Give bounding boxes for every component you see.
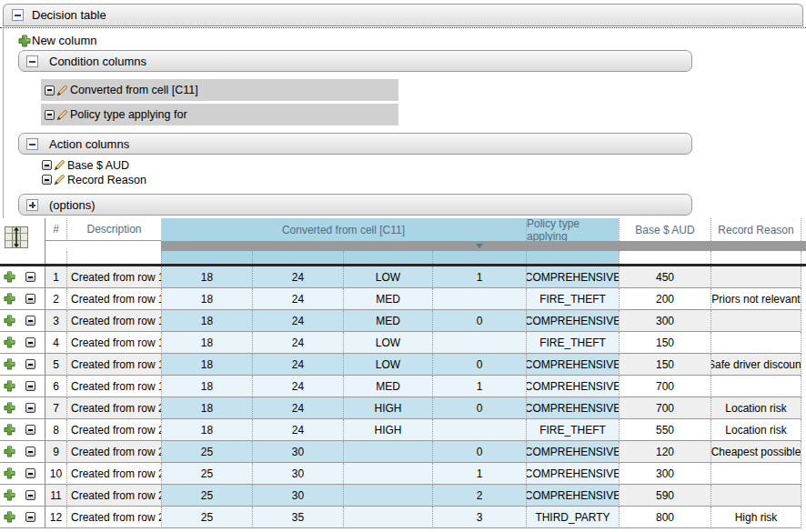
condition-cell[interactable]: 18 — [161, 310, 252, 332]
condition-cell[interactable]: 30 — [252, 441, 343, 463]
hide-column-button[interactable] — [42, 175, 52, 185]
base-amount-cell[interactable]: 550 — [619, 419, 710, 441]
condition-cell[interactable]: 18 — [161, 397, 252, 419]
description-cell[interactable]: Created from row 14 — [66, 266, 161, 288]
policy-cell[interactable]: COMPREHENSIVE — [526, 354, 619, 376]
policy-cell[interactable]: FIRE_THEFT — [526, 419, 619, 441]
base-amount-cell[interactable]: 450 — [619, 266, 710, 288]
delete-row-button[interactable] — [25, 294, 35, 304]
column-header-policy[interactable]: Policy type applying — [526, 218, 619, 241]
condition-cell[interactable]: 24 — [252, 332, 343, 354]
condition-cell[interactable]: 2 — [432, 485, 526, 507]
condition-cell[interactable]: 24 — [252, 266, 343, 288]
pencil-icon[interactable] — [54, 174, 65, 186]
condition-cell[interactable] — [343, 485, 432, 507]
record-reason-cell[interactable]: Safe driver discount — [710, 354, 801, 376]
condition-cell[interactable] — [432, 419, 526, 441]
delete-row-button[interactable] — [25, 403, 35, 413]
condition-cell[interactable] — [343, 463, 432, 485]
condition-cell[interactable] — [343, 441, 432, 463]
add-row-icon[interactable] — [4, 380, 15, 392]
record-reason-cell[interactable] — [710, 485, 801, 507]
column-header-base[interactable]: Base $ AUD — [619, 218, 710, 241]
base-amount-cell[interactable]: 150 — [619, 332, 710, 354]
condition-cell[interactable]: 18 — [161, 419, 252, 441]
base-amount-cell[interactable]: 300 — [619, 310, 710, 332]
description-cell[interactable]: Created from row 25 — [66, 507, 161, 528]
condition-cell[interactable]: 30 — [252, 485, 343, 507]
condition-cell[interactable]: 25 — [161, 485, 252, 507]
base-amount-cell[interactable]: 700 — [619, 397, 710, 419]
base-amount-cell[interactable]: 590 — [619, 485, 710, 507]
pencil-icon[interactable] — [56, 85, 68, 96]
condition-cell[interactable]: 1 — [432, 266, 526, 288]
condition-cell[interactable]: 1 — [432, 463, 526, 485]
condition-cell[interactable]: 25 — [161, 507, 252, 528]
condition-cell[interactable]: 24 — [252, 419, 343, 441]
collapse-action-icon[interactable] — [26, 138, 38, 150]
policy-cell[interactable]: COMPREHENSIVE — [526, 485, 619, 507]
delete-row-button[interactable] — [25, 490, 35, 500]
column-header-record[interactable]: Record Reason — [710, 218, 801, 241]
policy-cell[interactable]: THIRD_PARTY — [526, 507, 619, 528]
condition-cell[interactable]: HIGH — [343, 397, 432, 419]
record-reason-cell[interactable] — [710, 332, 801, 354]
condition-cell[interactable]: LOW — [343, 354, 432, 376]
condition-cell[interactable]: 0 — [432, 397, 526, 419]
column-header-condition-group[interactable]: Converted from cell [C11] — [161, 218, 526, 241]
delete-row-button[interactable] — [25, 359, 35, 369]
record-reason-cell[interactable] — [710, 376, 801, 397]
pencil-icon[interactable] — [54, 159, 65, 171]
condition-cell[interactable]: 18 — [161, 332, 252, 354]
condition-cell[interactable]: MED — [343, 376, 432, 397]
condition-cell[interactable]: 24 — [252, 288, 343, 310]
base-amount-cell[interactable]: 200 — [619, 288, 710, 310]
add-row-icon[interactable] — [4, 489, 15, 501]
options-header[interactable]: (options) — [18, 194, 692, 216]
delete-row-button[interactable] — [25, 337, 35, 347]
base-amount-cell[interactable]: 700 — [619, 376, 710, 397]
condition-cell[interactable] — [432, 288, 526, 310]
description-cell[interactable]: Created from row 15 — [66, 288, 161, 310]
record-reason-cell[interactable] — [710, 310, 801, 332]
policy-cell[interactable]: COMPREHENSIVE — [526, 310, 619, 332]
new-column-button[interactable]: New column — [18, 33, 97, 48]
policy-cell[interactable]: FIRE_THEFT — [526, 332, 619, 354]
row-grouping-grid-icon[interactable] — [5, 225, 28, 250]
description-cell[interactable]: Created from row 18 — [66, 354, 161, 376]
condition-cell[interactable]: MED — [343, 310, 432, 332]
delete-row-button[interactable] — [25, 512, 35, 522]
condition-cell[interactable]: 18 — [161, 266, 252, 288]
record-reason-cell[interactable]: Cheapest possible — [710, 441, 801, 463]
delete-row-button[interactable] — [25, 381, 35, 391]
add-row-icon[interactable] — [4, 424, 15, 436]
condition-cell[interactable]: 0 — [432, 310, 526, 332]
grid-corner-cell[interactable] — [0, 218, 45, 264]
decision-table-panel-header[interactable]: Decision table — [3, 4, 803, 26]
description-cell[interactable]: Created from row 16 — [66, 310, 161, 332]
condition-cell[interactable]: 24 — [252, 397, 343, 419]
collapse-condition-icon[interactable] — [26, 55, 38, 67]
description-cell[interactable]: Created from row 20 — [66, 397, 161, 419]
condition-column-item[interactable]: Policy type applying for — [41, 104, 398, 125]
condition-cell[interactable]: 24 — [252, 310, 343, 332]
column-header-description[interactable]: Description — [66, 218, 161, 241]
condition-column-item[interactable]: Converted from cell [C11] — [41, 79, 398, 101]
condition-cell[interactable] — [343, 507, 432, 528]
add-row-icon[interactable] — [4, 358, 15, 370]
record-reason-cell[interactable]: Priors not relevant — [710, 288, 801, 310]
record-reason-cell[interactable] — [710, 463, 801, 485]
condition-cell[interactable]: 1 — [432, 376, 526, 397]
condition-cell[interactable]: 18 — [161, 288, 252, 310]
column-header-row-number[interactable]: # — [45, 218, 66, 241]
add-row-icon[interactable] — [4, 511, 15, 523]
base-amount-cell[interactable]: 120 — [619, 441, 710, 463]
condition-cell[interactable]: 0 — [432, 441, 526, 463]
condition-cell[interactable]: 3 — [432, 507, 526, 528]
add-row-icon[interactable] — [4, 293, 15, 305]
policy-cell[interactable]: COMPREHENSIVE — [526, 266, 619, 288]
hide-column-button[interactable] — [45, 85, 55, 95]
description-cell[interactable]: Created from row 23 — [66, 463, 161, 485]
policy-cell[interactable]: COMPREHENSIVE — [526, 463, 619, 485]
condition-cell[interactable]: 0 — [432, 354, 526, 376]
